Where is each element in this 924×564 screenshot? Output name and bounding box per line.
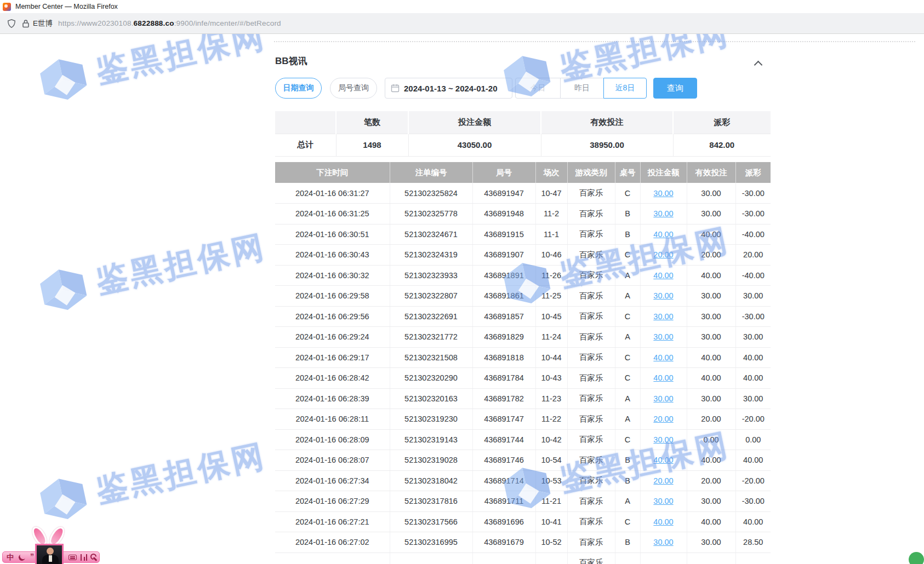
payout-cell: -40.00: [735, 265, 771, 286]
moon-icon[interactable]: [18, 554, 26, 562]
game-type-cell: 百家乐: [567, 368, 615, 389]
header-session: 场次: [535, 162, 567, 183]
bet-time-cell: 2024-01-16 06:29:56: [275, 306, 390, 327]
layout-split-icon[interactable]: [81, 554, 87, 561]
bet-amount-link[interactable]: 40.00: [653, 353, 673, 362]
order-id-cell: 521302317566: [390, 511, 472, 532]
ime-language-toggle[interactable]: 中: [7, 552, 14, 562]
order-id-cell: 521302316995: [390, 532, 472, 553]
bet-amount-link[interactable]: 30.00: [653, 312, 673, 321]
game-type-cell: 百家乐: [567, 245, 615, 266]
bet-amount-link[interactable]: 40.00: [653, 271, 673, 280]
session-cell: 11-2: [535, 204, 567, 225]
session-cell: 11-23: [535, 388, 567, 409]
payout-cell: -30.00: [735, 204, 771, 225]
session-cell: 10-42: [535, 429, 567, 450]
header-payout: 派彩: [735, 162, 771, 183]
bet-amount-link[interactable]: 30.00: [653, 435, 673, 444]
valid-bet-cell: 40.00: [687, 450, 735, 471]
calendar-icon: [391, 84, 400, 93]
order-id-cell: 521302319230: [390, 409, 472, 430]
desk-cell: A: [615, 327, 640, 348]
session-cell: 10-41: [535, 511, 567, 532]
keyboard-icon[interactable]: [69, 555, 77, 560]
bet-amount-link[interactable]: 40.00: [653, 517, 673, 526]
round-query-button[interactable]: 局号查询: [330, 78, 377, 99]
bet-amount-link[interactable]: 20.00: [653, 415, 673, 423]
bet-amount-link[interactable]: 40.00: [653, 456, 673, 464]
summary-total-row: 总计 1498 43050.00 38950.00 842.00: [275, 134, 771, 156]
desk-cell: C: [615, 511, 640, 532]
desk-cell: B: [615, 224, 640, 245]
game-type-cell: 百家乐: [567, 491, 615, 512]
summary-header-payout: 派彩: [673, 111, 771, 134]
url-prefix: https://www20230108.: [58, 19, 134, 27]
valid-bet-cell: 30.00: [687, 327, 735, 348]
bet-time-cell: 2024-01-16 06:28:39: [275, 388, 390, 409]
summary-payout-value: 842.00: [673, 134, 771, 156]
round-id-cell: 436891915: [472, 224, 535, 245]
game-type-cell: 百家乐: [567, 183, 615, 204]
punctuation-icon[interactable]: ”: [30, 551, 34, 561]
game-type-cell: 百家乐: [567, 553, 615, 564]
session-cell: 11-22: [535, 409, 567, 430]
round-id-cell: [472, 553, 535, 564]
chevron-up-icon[interactable]: [755, 60, 762, 67]
valid-bet-cell: 20.00: [687, 245, 735, 266]
game-type-cell: 百家乐: [567, 306, 615, 327]
game-type-cell: 百家乐: [567, 511, 615, 532]
bet-amount-cell: 30.00: [640, 204, 687, 225]
bet-amount-link[interactable]: 30.00: [653, 394, 673, 403]
round-id-cell: 436891696: [472, 511, 535, 532]
url-text[interactable]: https://www20230108.6822888.co:9900/infe…: [58, 19, 281, 27]
bet-amount-link[interactable]: 30.00: [653, 189, 673, 198]
shield-icon[interactable]: [7, 19, 16, 28]
today-button[interactable]: 今日: [515, 78, 561, 99]
summary-header-valid-bet: 有效投注: [541, 111, 673, 134]
bet-amount-link[interactable]: 40.00: [653, 373, 673, 382]
last-8-days-button[interactable]: 近8日: [603, 78, 647, 99]
game-type-cell: 百家乐: [567, 286, 615, 307]
bet-amount-cell: 40.00: [640, 347, 687, 368]
bet-amount-link[interactable]: 20.00: [653, 476, 673, 485]
site-label: E世博: [33, 19, 53, 28]
bet-amount-link[interactable]: 30.00: [653, 291, 673, 300]
bet-time-cell: 2024-01-16 06:27:21: [275, 511, 390, 532]
session-cell: 11-25: [535, 286, 567, 307]
desk-cell: B: [615, 470, 640, 491]
bet-amount-cell: 40.00: [640, 224, 687, 245]
round-id-cell: 436891747: [472, 409, 535, 430]
table-row: 2024-01-16 06:29:17521302321508436891818…: [275, 347, 771, 368]
valid-bet-cell: 0.00: [687, 429, 735, 450]
bet-time-cell: 2024-01-16 06:28:11: [275, 409, 390, 430]
desk-cell: C: [615, 368, 640, 389]
header-round-id: 局号: [472, 162, 535, 183]
bet-amount-link[interactable]: 30.00: [653, 538, 673, 546]
search-button[interactable]: 查询: [653, 78, 697, 99]
bet-amount-link[interactable]: 30.00: [653, 209, 673, 218]
bet-amount-link[interactable]: 30.00: [653, 332, 673, 341]
payout-cell: [735, 553, 771, 564]
session-cell: [535, 553, 567, 564]
valid-bet-cell: 40.00: [687, 224, 735, 245]
floating-green-dot[interactable]: [909, 552, 924, 564]
watermark: 鉴黑担保网: [33, 34, 270, 107]
bet-time-cell: [275, 553, 390, 564]
ime-avatar[interactable]: [35, 544, 64, 564]
date-query-button[interactable]: 日期查询: [275, 78, 322, 99]
order-id-cell: 521302324671: [390, 224, 472, 245]
url-bar[interactable]: E世博 https://www20230108.6822888.co:9900/…: [0, 13, 924, 34]
desk-cell: B: [615, 204, 640, 225]
bet-amount-link[interactable]: 30.00: [653, 497, 673, 505]
filter-toolbar: 日期查询 局号查询 2024-01-13 ~ 2024-01-20 今日 昨日 …: [275, 78, 771, 100]
bet-amount-cell: 20.00: [640, 245, 687, 266]
bet-amount-link[interactable]: 40.00: [653, 230, 673, 239]
yesterday-button[interactable]: 昨日: [560, 78, 604, 99]
lock-icon[interactable]: [22, 19, 30, 28]
round-id-cell: 436891679: [472, 532, 535, 553]
summary-header-bet-amount: 投注金额: [408, 111, 541, 134]
wrench-icon[interactable]: [90, 554, 98, 561]
date-range-picker[interactable]: 2024-01-13 ~ 2024-01-20: [385, 78, 512, 99]
bet-amount-link[interactable]: 20.00: [653, 250, 673, 259]
summary-header-row: 笔数 投注金额 有效投注 派彩: [275, 111, 771, 134]
